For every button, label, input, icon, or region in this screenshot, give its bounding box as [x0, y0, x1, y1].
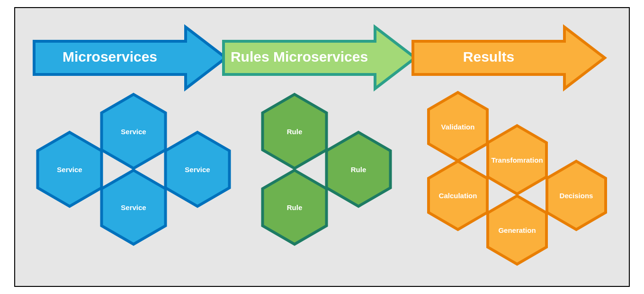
arrow-microservices: [34, 27, 226, 89]
hex-service-left: [38, 132, 102, 206]
hex-transformation: [488, 126, 546, 194]
hex-service-bottom: [102, 170, 166, 244]
results-cluster: [399, 89, 635, 294]
diagram-canvas: Microservices Rules Microservices Result…: [0, 0, 644, 294]
hex-rule-top: [263, 94, 327, 168]
hex-rule-right: [327, 132, 391, 206]
diagram-frame: Microservices Rules Microservices Result…: [14, 7, 630, 287]
hex-rule-bottom: [263, 170, 327, 244]
hex-decisions: [547, 161, 606, 230]
hex-generation: [488, 196, 546, 264]
hex-validation: [429, 92, 487, 161]
microservices-cluster: [25, 89, 261, 294]
hex-calculation: [429, 161, 487, 230]
arrow-rules: [224, 27, 415, 89]
arrow-results: [413, 27, 605, 89]
hex-service-right: [166, 132, 230, 206]
hex-service-top: [102, 94, 166, 168]
